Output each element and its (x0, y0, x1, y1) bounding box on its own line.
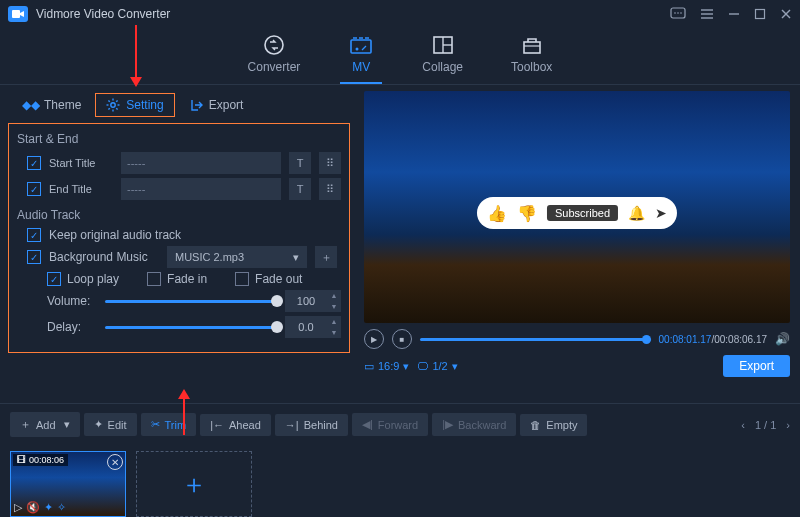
start-title-input[interactable] (121, 152, 281, 174)
nav-toolbox[interactable]: Toolbox (511, 34, 552, 74)
play-button[interactable]: ▶ (364, 329, 384, 349)
cursor-icon: ➤ (655, 205, 667, 221)
preview-meta: ▭16:9▾ 🖵1/2▾ Export (364, 355, 790, 377)
app-logo-icon (8, 6, 28, 22)
pager: ‹ 1 / 1 › (741, 419, 790, 431)
svg-point-14 (356, 48, 359, 51)
volume-value-input[interactable]: 100 ▲▼ (285, 290, 341, 312)
svg-point-3 (677, 12, 679, 14)
spin-down-icon[interactable]: ▼ (327, 327, 341, 338)
scissors-icon: ✂ (151, 418, 160, 431)
text-options-button[interactable]: ⠿ (319, 178, 341, 200)
subscribed-badge: Subscribed (547, 205, 618, 221)
add-button[interactable]: ＋Add▾ (10, 412, 80, 437)
start-title-checkbox[interactable]: ✓ (27, 156, 41, 170)
theme-icon: ◆◆ (24, 98, 38, 112)
section-audio-track: Audio Track (17, 208, 341, 222)
bgm-checkbox[interactable]: ✓ (27, 250, 41, 264)
tab-setting[interactable]: Setting (95, 93, 174, 117)
player-controls: ▶ ■ 00:08:01.17/00:08:06.17 🔊 (364, 329, 790, 349)
monitor-icon: 🖵 (417, 360, 428, 372)
spin-up-icon[interactable]: ▲ (327, 316, 341, 327)
star-icon[interactable]: ✦ (44, 501, 53, 514)
stop-button[interactable]: ■ (392, 329, 412, 349)
tab-theme[interactable]: ◆◆ Theme (14, 94, 91, 116)
volume-icon[interactable]: 🔊 (775, 332, 790, 346)
trash-icon: 🗑 (530, 419, 541, 431)
sparkle-icon[interactable]: ✧ (57, 501, 66, 514)
text-style-button[interactable]: T (289, 178, 311, 200)
empty-button[interactable]: 🗑Empty (520, 414, 587, 436)
svg-line-28 (117, 100, 118, 101)
bgm-label: Background Music (49, 250, 159, 264)
tab-export[interactable]: Export (179, 94, 254, 116)
backward-button[interactable]: |▶Backward (432, 413, 516, 436)
maximize-icon[interactable] (754, 8, 766, 20)
volume-slider[interactable] (105, 300, 277, 303)
spin-up-icon[interactable]: ▲ (327, 290, 341, 301)
clip-thumbnail[interactable]: 🎞00:08:06 ✕ ▷ 🔇 ✦ ✧ (10, 451, 126, 517)
keep-original-checkbox[interactable]: ✓ (27, 228, 41, 242)
aspect-select[interactable]: ▭16:9▾ (364, 360, 409, 373)
bgm-select[interactable]: MUSIC 2.mp3 ▾ (167, 246, 307, 268)
converter-icon (261, 34, 287, 56)
edit-button[interactable]: ✦Edit (84, 413, 137, 436)
fadeout-checkbox[interactable] (235, 272, 249, 286)
ahead-button[interactable]: |←Ahead (200, 414, 271, 436)
feedback-icon[interactable] (670, 7, 686, 21)
nav-mv[interactable]: MV (348, 34, 374, 74)
forward-button[interactable]: ◀|Forward (352, 413, 428, 436)
export-button[interactable]: Export (723, 355, 790, 377)
fadein-checkbox[interactable] (147, 272, 161, 286)
thumbs-up-icon: 👍 (487, 204, 507, 223)
clip-overlay-icons: ▷ 🔇 ✦ ✧ (14, 501, 66, 514)
pager-next[interactable]: › (786, 419, 790, 431)
clip-toolbar: ＋Add▾ ✦Edit ✂Trim |←Ahead →|Behind ◀|For… (0, 403, 800, 445)
text-style-button[interactable]: T (289, 152, 311, 174)
minimize-icon[interactable] (728, 8, 740, 20)
delay-value-input[interactable]: 0.0 ▲▼ (285, 316, 341, 338)
title-bar: Vidmore Video Converter (0, 0, 800, 28)
chevron-down-icon: ▾ (452, 360, 458, 373)
behind-button[interactable]: →|Behind (275, 414, 348, 436)
chevron-down-icon: ▾ (403, 360, 409, 373)
chevron-down-icon: ▾ (64, 418, 70, 431)
svg-line-26 (109, 100, 110, 101)
menu-icon[interactable] (700, 8, 714, 20)
preview-overlay-pill: 👍 👎 Subscribed 🔔 ➤ (477, 197, 677, 229)
zoom-select[interactable]: 🖵1/2▾ (417, 360, 457, 373)
trim-button[interactable]: ✂Trim (141, 413, 197, 436)
svg-rect-0 (12, 10, 20, 18)
backward-icon: |▶ (442, 418, 453, 431)
delay-slider[interactable] (105, 326, 277, 329)
remove-clip-button[interactable]: ✕ (107, 454, 123, 470)
top-nav: Converter MV Collage Toolbox (0, 28, 800, 84)
video-preview[interactable]: 👍 👎 Subscribed 🔔 ➤ (364, 91, 790, 323)
play-icon[interactable]: ▷ (14, 501, 22, 514)
chevron-down-icon: ▾ (293, 251, 299, 264)
text-options-button[interactable]: ⠿ (319, 152, 341, 174)
pager-prev[interactable]: ‹ (741, 419, 745, 431)
add-bgm-button[interactable]: ＋ (315, 246, 337, 268)
mute-icon[interactable]: 🔇 (26, 501, 40, 514)
collage-icon (430, 34, 456, 56)
volume-label: Volume: (47, 294, 97, 308)
seek-bar[interactable] (420, 338, 651, 341)
ahead-icon: |← (210, 419, 224, 431)
aspect-icon: ▭ (364, 360, 374, 373)
end-title-checkbox[interactable]: ✓ (27, 182, 41, 196)
loop-checkbox[interactable]: ✓ (47, 272, 61, 286)
delay-label: Delay: (47, 320, 97, 334)
close-icon[interactable] (780, 8, 792, 20)
app-title: Vidmore Video Converter (36, 7, 670, 21)
nav-collage[interactable]: Collage (422, 34, 463, 74)
mv-icon (348, 34, 374, 56)
end-title-input[interactable] (121, 178, 281, 200)
preview-area: 👍 👎 Subscribed 🔔 ➤ ▶ ■ 00:08:01.17/00:08… (358, 85, 800, 403)
add-clip-button[interactable]: ＋ (136, 451, 252, 517)
spin-down-icon[interactable]: ▼ (327, 301, 341, 312)
settings-panel: Start & End ✓ Start Title T ⠿ ✓ End Titl… (8, 123, 350, 353)
forward-icon: ◀| (362, 418, 373, 431)
nav-converter[interactable]: Converter (248, 34, 301, 74)
thumbs-down-icon: 👎 (517, 204, 537, 223)
